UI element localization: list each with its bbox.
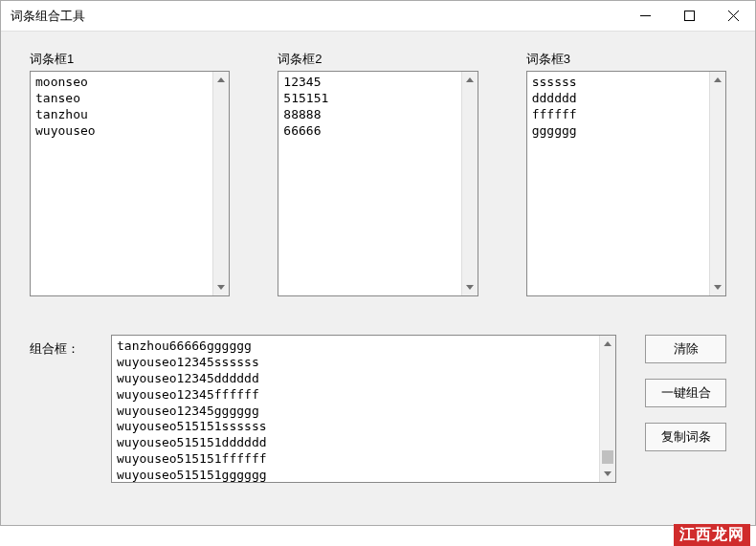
- button-column: 清除 一键组合 复制词条: [645, 335, 726, 451]
- scroll-down-icon[interactable]: [710, 279, 725, 295]
- titlebar: 词条组合工具: [1, 1, 755, 32]
- entry-group-1: 词条框1 moonseo tanseo tanzhou wuyouseo: [30, 51, 230, 296]
- entry-label-1: 词条框1: [30, 51, 230, 68]
- combo-row: 组合框： tanzhou66666gggggg wuyouseo12345sss…: [30, 335, 726, 483]
- window-controls: [623, 1, 755, 31]
- maximize-button[interactable]: [667, 1, 711, 31]
- close-button[interactable]: [711, 1, 755, 31]
- entry-group-3: 词条框3 ssssss dddddd ffffff gggggg: [526, 51, 726, 296]
- entry-text-1[interactable]: moonseo tanseo tanzhou wuyouseo: [31, 72, 212, 295]
- entry-label-2: 词条框2: [278, 51, 478, 68]
- app-window: 词条组合工具 词条框1 moonseo tanseo tanzhou wuyou…: [0, 0, 756, 526]
- scroll-down-icon[interactable]: [462, 279, 478, 295]
- watermark: 江西龙网: [674, 524, 750, 546]
- clear-button[interactable]: 清除: [645, 335, 726, 363]
- maximize-icon: [684, 11, 695, 21]
- entry-group-2: 词条框2 12345 515151 88888 66666: [278, 51, 478, 296]
- minimize-button[interactable]: [623, 1, 667, 31]
- scroll-up-icon[interactable]: [462, 72, 478, 88]
- scroll-down-icon[interactable]: [213, 279, 229, 295]
- scroll-track[interactable]: [600, 352, 615, 466]
- scroll-up-icon[interactable]: [213, 72, 229, 88]
- combine-button[interactable]: 一键组合: [645, 379, 726, 407]
- scrollbar-1[interactable]: [212, 72, 229, 295]
- entry-text-3[interactable]: ssssss dddddd ffffff gggggg: [527, 72, 709, 295]
- scroll-track[interactable]: [710, 88, 725, 279]
- entry-box-2[interactable]: 12345 515151 88888 66666: [278, 71, 478, 296]
- content-area: 词条框1 moonseo tanseo tanzhou wuyouseo: [1, 32, 755, 525]
- window-title: 词条组合工具: [11, 8, 85, 25]
- scroll-track[interactable]: [462, 88, 478, 279]
- scroll-thumb[interactable]: [602, 450, 613, 464]
- minimize-icon: [640, 11, 651, 21]
- entry-label-3: 词条框3: [526, 51, 726, 68]
- entry-box-1[interactable]: moonseo tanseo tanzhou wuyouseo: [30, 71, 230, 296]
- scrollbar-2[interactable]: [461, 72, 478, 295]
- scroll-down-icon[interactable]: [600, 466, 615, 482]
- svg-rect-1: [684, 11, 694, 21]
- entry-box-3[interactable]: ssssss dddddd ffffff gggggg: [526, 71, 726, 296]
- combo-label: 组合框：: [30, 340, 87, 358]
- scrollbar-3[interactable]: [709, 72, 725, 295]
- scroll-track[interactable]: [213, 88, 229, 279]
- copy-button[interactable]: 复制词条: [645, 423, 726, 451]
- combo-text[interactable]: tanzhou66666gggggg wuyouseo12345ssssss w…: [112, 336, 599, 482]
- entry-row: 词条框1 moonseo tanseo tanzhou wuyouseo: [30, 51, 726, 296]
- scrollbar-combo[interactable]: [599, 336, 615, 482]
- combo-box[interactable]: tanzhou66666gggggg wuyouseo12345ssssss w…: [111, 335, 616, 483]
- scroll-up-icon[interactable]: [600, 336, 615, 352]
- scroll-up-icon[interactable]: [710, 72, 725, 88]
- close-icon: [728, 11, 739, 21]
- entry-text-2[interactable]: 12345 515151 88888 66666: [278, 72, 460, 295]
